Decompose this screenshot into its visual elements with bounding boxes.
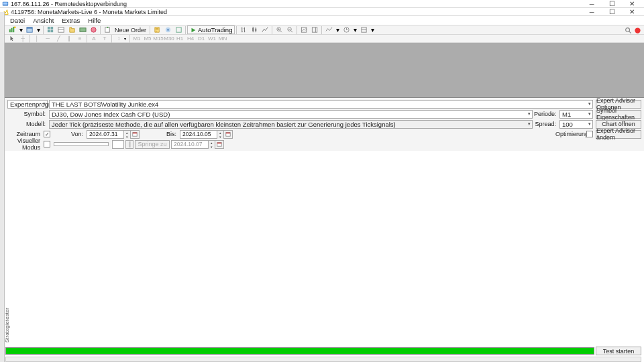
to-date-spin[interactable]: ▴▾ <box>217 130 224 139</box>
autotrading-button[interactable]: AutoTrading <box>187 25 235 34</box>
optim-label: Optimierung <box>555 131 585 137</box>
period-select[interactable]: M1 <box>559 110 593 119</box>
data-window-button[interactable] <box>56 25 66 34</box>
templates-button[interactable] <box>359 25 368 34</box>
text-button[interactable]: A <box>89 36 99 42</box>
new-order-label[interactable]: Neue Order <box>113 27 148 34</box>
pause-button[interactable]: ‖ <box>125 140 133 149</box>
visual-label: Visueller Modus <box>7 137 42 151</box>
rdp-maximize-button[interactable]: ☐ <box>602 0 622 8</box>
tf-m30[interactable]: M30 <box>164 36 174 42</box>
tf-w1[interactable]: W1 <box>207 36 217 42</box>
vline-button[interactable]: │ <box>32 36 42 42</box>
zoom-out-button[interactable] <box>285 25 294 34</box>
spread-select[interactable]: 100 <box>559 120 593 129</box>
tf-h1[interactable]: H1 <box>175 36 184 42</box>
market-watch-button[interactable] <box>46 25 55 34</box>
start-test-button[interactable]: Test starten <box>596 347 641 355</box>
optim-checkbox[interactable] <box>586 131 593 137</box>
alert-icon[interactable] <box>633 26 641 34</box>
menu-help[interactable]: Hilfe <box>84 17 105 24</box>
app-minimize-button[interactable]: ─ <box>582 8 602 16</box>
tf-m5[interactable]: M5 <box>143 36 152 42</box>
to-date-input[interactable]: 2024.10.05 <box>180 130 217 139</box>
status-bar <box>5 357 641 362</box>
channel-button[interactable]: ∥ <box>64 36 74 42</box>
rdp-titlebar: 167.86.111.26 - Remotedesktopverbindung … <box>0 0 644 8</box>
profiles-drop[interactable]: ▾ <box>36 25 41 34</box>
app-maximize-button[interactable]: ☐ <box>602 8 622 16</box>
rdp-title: 167.86.111.26 - Remotedesktopverbindung <box>11 1 582 7</box>
from-date-input[interactable]: 2024.07.31 <box>87 130 124 139</box>
tester-category-select[interactable]: Expertenprogramm <box>7 100 48 109</box>
navigator-button[interactable] <box>67 25 76 34</box>
jump-date-picker[interactable] <box>215 140 224 149</box>
speed-slider[interactable] <box>54 142 109 146</box>
speed-value[interactable] <box>112 140 124 149</box>
templates-drop[interactable]: ▾ <box>370 25 375 34</box>
zoom-in-button[interactable] <box>274 25 284 34</box>
symbol-props-button[interactable]: Symbol Eigenschaften <box>596 110 641 119</box>
options-button[interactable] <box>163 25 172 34</box>
model-select[interactable]: Jeder Tick (präziseste Methode, die auf … <box>49 120 533 129</box>
symbol-label: Symbol: <box>7 111 48 117</box>
new-chart-button[interactable] <box>7 25 17 34</box>
tf-h4[interactable]: H4 <box>186 36 195 42</box>
jump-date-spin[interactable]: ▴▾ <box>209 140 215 149</box>
rdp-minimize-button[interactable]: ─ <box>582 0 602 8</box>
periods-button[interactable] <box>341 25 351 34</box>
spread-label: Spread: <box>534 121 558 127</box>
svg-point-16 <box>91 27 95 32</box>
menu-file[interactable]: Datei <box>6 17 29 24</box>
terminal-button[interactable] <box>78 25 87 34</box>
cursor-button[interactable] <box>7 36 17 42</box>
jump-button[interactable]: Springe zu <box>135 140 170 149</box>
svg-rect-1 <box>3 2 8 4</box>
app-close-button[interactable]: ✕ <box>622 8 642 16</box>
tf-mn[interactable]: MN <box>218 36 227 42</box>
crosshair-button[interactable]: ┼ <box>18 36 28 42</box>
visual-checkbox[interactable] <box>44 141 50 147</box>
bar-chart-button[interactable] <box>239 25 248 34</box>
svg-rect-12 <box>50 30 53 33</box>
chartshift-button[interactable] <box>310 25 319 34</box>
from-date-picker[interactable] <box>131 130 140 139</box>
hline-button[interactable]: ─ <box>43 36 52 42</box>
autoscroll-button[interactable] <box>299 25 309 34</box>
timerange-checkbox[interactable]: ✓ <box>44 131 50 137</box>
arrows-button[interactable]: ↕ <box>114 36 123 42</box>
tf-m1[interactable]: M1 <box>132 36 142 42</box>
rdp-close-button[interactable]: ✕ <box>622 0 642 8</box>
menu-view[interactable]: Ansicht <box>29 17 58 24</box>
ea-edit-button[interactable]: Expert Advisor ändern <box>596 130 641 139</box>
to-date-picker[interactable] <box>224 130 233 139</box>
profiles-button[interactable] <box>25 25 34 34</box>
svg-rect-39 <box>362 27 366 32</box>
progress-bar <box>5 347 594 355</box>
textlabel-button[interactable]: T <box>100 36 109 42</box>
symbol-select[interactable]: DJ30, Dow Jones Index Cash CFD (USD) <box>49 110 533 119</box>
line-chart-button[interactable] <box>260 25 270 34</box>
metaeditor-button[interactable] <box>152 25 162 34</box>
indicators-drop[interactable]: ▾ <box>335 25 340 34</box>
fibo-button[interactable]: ≡ <box>75 36 85 42</box>
fullscreen-button[interactable] <box>174 25 183 34</box>
indicators-button[interactable] <box>324 25 333 34</box>
svg-rect-17 <box>105 27 109 32</box>
expert-select[interactable]: THE LAST BOTS\Volatility Junkie.ex4 <box>49 100 593 109</box>
periods-drop[interactable]: ▾ <box>352 25 358 34</box>
new-chart-drop[interactable]: ▾ <box>18 25 23 34</box>
tf-m15[interactable]: M15 <box>154 36 163 42</box>
tester-button[interactable] <box>89 25 98 34</box>
from-date-spin[interactable]: ▴▾ <box>124 130 131 139</box>
trendline-button[interactable]: ╱ <box>54 36 63 42</box>
svg-rect-10 <box>50 27 53 29</box>
tf-d1[interactable]: D1 <box>197 36 206 42</box>
jump-date-input[interactable]: 2024.10.07 <box>171 140 209 149</box>
menu-extras[interactable]: Extras <box>58 17 84 24</box>
search-icon[interactable] <box>624 26 632 34</box>
svg-rect-9 <box>47 27 50 29</box>
new-order-icon[interactable] <box>103 25 112 34</box>
arrows-drop[interactable]: ▾ <box>124 36 128 41</box>
candle-chart-button[interactable] <box>250 25 259 34</box>
